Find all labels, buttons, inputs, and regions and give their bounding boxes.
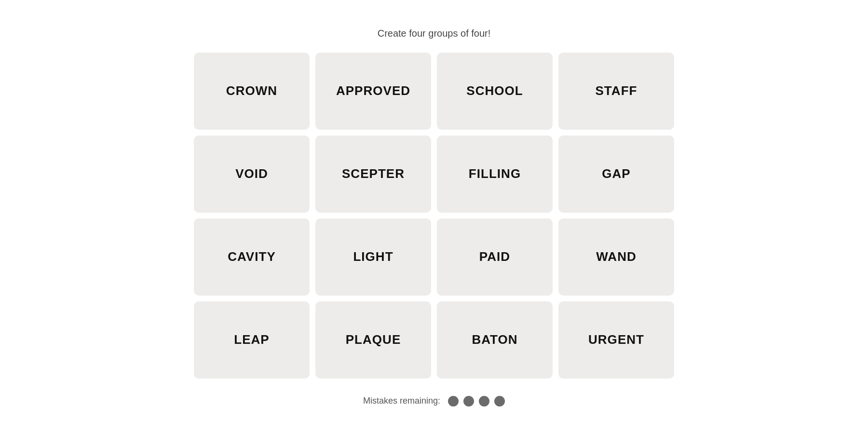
mistake-dot-4 — [494, 396, 505, 407]
word-card-scepter[interactable]: SCEPTER — [315, 136, 431, 213]
word-label-scepter: SCEPTER — [342, 166, 405, 181]
word-card-light[interactable]: LIGHT — [315, 218, 431, 296]
word-card-filling[interactable]: FILLING — [437, 136, 553, 213]
word-card-plaque[interactable]: PLAQUE — [315, 301, 431, 379]
word-label-crown: CROWN — [226, 83, 277, 98]
word-label-paid: PAID — [479, 249, 510, 264]
word-label-filling: FILLING — [469, 166, 521, 181]
mistakes-area: Mistakes remaining: — [363, 396, 505, 407]
word-card-leap[interactable]: LEAP — [194, 301, 310, 379]
word-label-wand: WAND — [596, 249, 637, 264]
word-label-school: SCHOOL — [466, 83, 523, 98]
word-label-light: LIGHT — [353, 249, 393, 264]
word-label-cavity: CAVITY — [228, 249, 276, 264]
mistake-dot-2 — [463, 396, 474, 407]
word-card-paid[interactable]: PAID — [437, 218, 553, 296]
word-card-staff[interactable]: STAFF — [558, 53, 674, 130]
word-grid: CROWNAPPROVEDSCHOOLSTAFFVOIDSCEPTERFILLI… — [194, 53, 674, 379]
word-card-urgent[interactable]: URGENT — [558, 301, 674, 379]
word-card-wand[interactable]: WAND — [558, 218, 674, 296]
word-card-cavity[interactable]: CAVITY — [194, 218, 310, 296]
word-label-leap: LEAP — [234, 332, 270, 347]
word-card-baton[interactable]: BATON — [437, 301, 553, 379]
subtitle: Create four groups of four! — [378, 28, 491, 39]
word-label-void: VOID — [235, 166, 268, 181]
word-card-void[interactable]: VOID — [194, 136, 310, 213]
mistake-dot-1 — [448, 396, 459, 407]
word-label-staff: STAFF — [595, 83, 637, 98]
word-card-approved[interactable]: APPROVED — [315, 53, 431, 130]
word-card-school[interactable]: SCHOOL — [437, 53, 553, 130]
word-card-crown[interactable]: CROWN — [194, 53, 310, 130]
mistakes-label: Mistakes remaining: — [363, 396, 440, 406]
mistake-dot-3 — [479, 396, 489, 407]
word-card-gap[interactable]: GAP — [558, 136, 674, 213]
word-label-urgent: URGENT — [588, 332, 644, 347]
word-label-gap: GAP — [602, 166, 630, 181]
word-label-baton: BATON — [472, 332, 517, 347]
word-label-plaque: PLAQUE — [346, 332, 401, 347]
word-label-approved: APPROVED — [336, 83, 410, 98]
